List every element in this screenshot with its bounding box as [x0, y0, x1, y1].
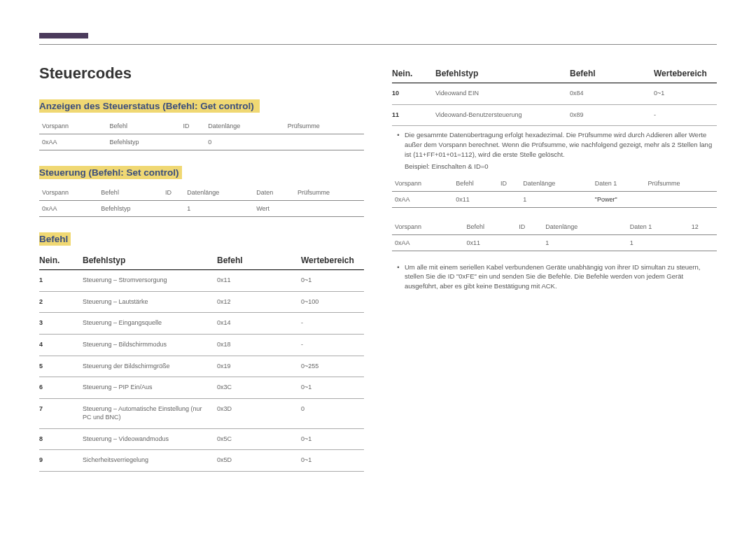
cell-type: Steuerung – Bildschirmmodus	[83, 341, 217, 349]
col-cmd: Befehl	[217, 255, 301, 265]
befehl-table-header-right: Nein. Befehlstyp Befehl Wertebereich	[392, 64, 717, 83]
cell-no: 3	[39, 319, 83, 326]
col-type: Befehlstyp	[83, 255, 217, 265]
th: Vorspann	[39, 118, 107, 134]
note-text: Um alle mit einem seriellen Kabel verbun…	[405, 262, 717, 291]
section2-heading: Steuerung (Befehl: Set control)	[39, 166, 182, 179]
cell-range: -	[654, 111, 717, 118]
td: Wert	[253, 201, 295, 217]
cell-no: 9	[39, 456, 83, 463]
td: 0xAA	[39, 134, 107, 150]
cell-no: 2	[39, 298, 83, 305]
table-row: 1Steuerung – Stromversorgung0x110~1	[39, 270, 364, 292]
td: 0	[205, 134, 284, 150]
cell-type: Steuerung – Automatische Einstellung (nu…	[83, 405, 217, 421]
cell-type: Steuerung – Eingangsquelle	[83, 319, 217, 328]
cell-range: 0~1	[301, 276, 364, 283]
col-range: Wertebereich	[654, 69, 717, 78]
cell-type: Videowand EIN	[435, 90, 570, 98]
th: ID	[498, 176, 520, 192]
th: Befehl	[98, 185, 162, 201]
cell-range: -	[301, 341, 364, 348]
th: Datenlänge	[542, 219, 626, 235]
note-text: Die gesammte Datenübertragung erfolgt he…	[405, 130, 717, 159]
cell-type: Steuerung – Lautstärke	[83, 298, 217, 307]
befehl-rows-left: 1Steuerung – Stromversorgung0x110~12Steu…	[39, 270, 364, 472]
th: Befehl	[453, 176, 498, 192]
table-row: 11Videowand-Benutzersteuerung0x89-	[392, 105, 717, 127]
col-range: Wertebereich	[301, 255, 364, 265]
th: Befehl	[464, 219, 517, 235]
page-title: Steuercodes	[39, 64, 364, 83]
example2-table: Vorspann Befehl ID Datenlänge Daten 1 12…	[392, 219, 717, 251]
table-row: 6Steuerung – PIP Ein/Aus0x3C0~1	[39, 377, 364, 399]
cell-no: 4	[39, 341, 83, 348]
table-row: 3Steuerung – Eingangsquelle0x14-	[39, 313, 364, 335]
section1-table: Vorspann Befehl ID Datenlänge Prüfsumme …	[39, 118, 364, 150]
right-column: Nein. Befehlstyp Befehl Wertebereich 10V…	[392, 64, 717, 472]
cell-range: 0~1	[301, 435, 364, 442]
th: Prüfsumme	[285, 118, 364, 134]
table-row: 4Steuerung – Bildschirmmodus0x18-	[39, 335, 364, 356]
note-checksum: • Die gesammte Datenübertragung erfolgt …	[392, 130, 717, 159]
cell-no: 10	[392, 90, 435, 97]
header-rule	[39, 35, 717, 45]
left-column: Steuercodes Anzeigen des Steuerstatus (B…	[39, 64, 364, 472]
td: 0x11	[453, 191, 498, 207]
cell-range: 0~255	[301, 363, 364, 370]
td	[498, 191, 520, 207]
table-row: 10Videowand EIN0x840~1	[392, 83, 717, 105]
cell-range: 0~1	[654, 90, 717, 97]
td: 0xAA	[392, 234, 464, 251]
cell-no: 1	[39, 276, 83, 283]
cell-range: 0~100	[301, 298, 364, 305]
example1-table: Vorspann Befehl ID Datenlänge Daten 1 Pr…	[392, 176, 717, 208]
col-type: Befehlstyp	[435, 69, 570, 78]
cell-no: 6	[39, 384, 83, 391]
th: Daten	[253, 185, 295, 201]
th: Daten 1	[627, 219, 689, 235]
th: Vorspann	[39, 185, 98, 201]
cell-cmd: 0x18	[217, 341, 301, 348]
example-label: Beispiel: Einschalten & ID=0	[405, 162, 717, 170]
bullet-icon: •	[392, 130, 405, 159]
cell-no: 8	[39, 435, 83, 442]
note-broadcast: • Um alle mit einem seriellen Kabel verb…	[392, 262, 717, 291]
th: Befehl	[107, 118, 181, 134]
cell-type: Videowand-Benutzersteuerung	[435, 111, 570, 120]
td	[162, 201, 184, 217]
cell-no: 7	[39, 405, 83, 412]
td: 0x11	[464, 234, 517, 251]
cell-type: Steuerung – Stromversorgung	[83, 276, 217, 285]
td: 1	[184, 201, 253, 217]
th: Datenlänge	[205, 118, 284, 134]
section2-table: Vorspann Befehl ID Datenlänge Daten Prüf…	[39, 185, 364, 217]
th: Prüfsumme	[295, 185, 364, 201]
th: Daten 1	[592, 176, 645, 192]
col-no: Nein.	[39, 255, 83, 265]
th: Datenlänge	[184, 185, 253, 201]
table-row: 9Sicherheitsverriegelung0x5D0~1	[39, 450, 364, 472]
cell-type: Steuerung – PIP Ein/Aus	[83, 384, 217, 392]
befehl-table-header: Nein. Befehlstyp Befehl Wertebereich	[39, 251, 364, 270]
td	[181, 134, 206, 150]
td	[645, 191, 717, 207]
cell-range: 0	[301, 405, 364, 412]
th: ID	[162, 185, 184, 201]
td: 1	[627, 234, 689, 251]
td: Befehlstyp	[107, 134, 181, 150]
td	[516, 234, 542, 251]
th: Datenlänge	[520, 176, 592, 192]
td	[285, 134, 364, 150]
td	[295, 201, 364, 217]
bullet-icon: •	[392, 262, 405, 291]
cell-type: Steuerung – Videowandmodus	[83, 435, 217, 444]
cell-cmd: 0x19	[217, 363, 301, 370]
td	[689, 234, 717, 251]
th: ID	[181, 118, 206, 134]
cell-cmd: 0x14	[217, 319, 301, 326]
td: 1	[520, 191, 592, 207]
th: Prüfsumme	[645, 176, 717, 192]
td: 0xAA	[39, 201, 98, 217]
td: 1	[542, 234, 626, 251]
